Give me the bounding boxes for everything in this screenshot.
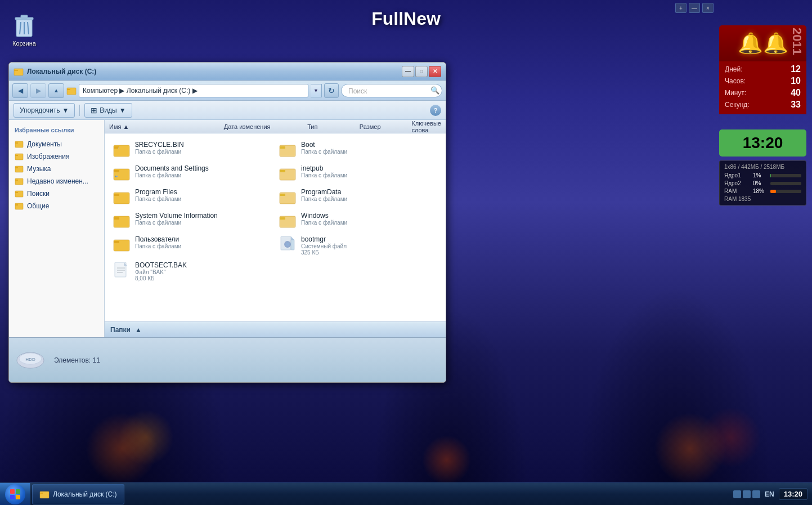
core2-percent: 0% — [753, 180, 767, 186]
folder-icon-users — [113, 235, 131, 253]
days-row: Дней: 12 — [725, 64, 801, 74]
close-button[interactable]: ✕ — [429, 66, 441, 77]
col-header-size[interactable]: Размер — [360, 123, 412, 130]
folder-icon-recycle — [113, 141, 131, 159]
folder-icon-boot — [279, 141, 297, 159]
file-name-progfiles: Program Files — [135, 188, 272, 196]
file-size-bootmgr: 325 КБ — [301, 249, 438, 256]
file-grid: $RECYCLE.BIN Папка с файлами Boot Папка … — [105, 136, 446, 287]
core2-label: Ядро2 — [724, 180, 750, 186]
taskbar-clock[interactable]: 13:20 — [779, 488, 807, 500]
clock-time: 13:20 — [743, 134, 783, 151]
sort-icon: ▲ — [123, 123, 129, 130]
sidebar-label-music: Музыка — [27, 165, 51, 173]
tray-icon-2 — [743, 490, 751, 498]
file-item-info-users: Пользователи Папка с файлами — [135, 235, 272, 249]
ram-percent: 18% — [753, 188, 767, 194]
sidebar-item-images[interactable]: Изображения — [9, 150, 104, 163]
file-item-bootmgr[interactable]: bootmgr Системный файл 325 КБ — [275, 233, 441, 258]
file-item-boot[interactable]: Boot Папка с файлами — [275, 138, 441, 162]
svg-rect-18 — [15, 191, 23, 197]
file-item-info-sysvolinfo: System Volume Information Папка с файлам… — [135, 212, 272, 226]
col-header-keywords[interactable]: Ключевые слова — [411, 120, 441, 133]
svg-rect-40 — [280, 217, 285, 220]
taskbar: Локальный диск (C:) EN 13:20 — [0, 482, 812, 505]
sidebar-folder-icon-searches — [15, 189, 24, 198]
file-item-users[interactable]: Пользователи Папка с файлами — [109, 233, 275, 258]
address-folder-icon — [66, 86, 77, 96]
svg-rect-13 — [15, 155, 18, 156]
file-item-info-bootmgr: bootmgr Системный файл 325 КБ — [301, 235, 438, 256]
address-path[interactable]: Компьютер ▶ Локальный диск (C:) ▶ — [79, 84, 308, 97]
file-size-bootsect: 8,00 КБ — [135, 275, 272, 281]
core1-percent: 1% — [753, 172, 767, 178]
up-button[interactable]: ▲ — [48, 83, 64, 98]
start-button[interactable] — [0, 483, 30, 506]
taskbar-explorer-item[interactable]: Локальный диск (C:) — [32, 484, 124, 504]
file-name-bootsect: BOOTSECT.BAK — [135, 261, 272, 269]
sidebar-item-documents[interactable]: Документы — [9, 138, 104, 150]
file-item-info-bootsect: BOOTSECT.BAK Файл "BAK" 8,00 КБ — [135, 261, 272, 281]
folders-header[interactable]: Папки ▲ — [105, 321, 446, 337]
file-item-windows[interactable]: Windows Папка с файлами — [275, 209, 441, 233]
calendar-days: Дней: 12 Часов: 10 Минут: 40 Секунд: 33 — [719, 61, 806, 114]
sidebar-label-documents: Документы — [27, 140, 62, 148]
minimize-button[interactable]: — — [402, 66, 414, 77]
folder-icon-docs — [113, 164, 131, 182]
sidebar-item-recent[interactable]: Недавно изменен... — [9, 175, 104, 187]
core1-label: Ядро1 — [724, 172, 750, 178]
recycle-bin-icon[interactable]: Корзина — [8, 8, 40, 49]
start-orb — [5, 484, 25, 504]
file-item-docs[interactable]: Documents and Settings Папка с файлами — [109, 162, 275, 185]
items-count: Элементов: 11 — [54, 356, 439, 364]
days-label: Дней: — [725, 65, 742, 73]
days-value: 12 — [791, 64, 801, 74]
file-item-progdata[interactable]: ProgramData Папка с файлами — [275, 185, 441, 209]
sidebar-folder-icon-documents — [15, 140, 24, 149]
forward-button[interactable]: ▶ — [30, 83, 46, 98]
sidebar-item-music[interactable]: Музыка — [9, 163, 104, 175]
organize-button[interactable]: Упорядочить ▼ — [14, 103, 75, 118]
search-box[interactable]: Поиск — [341, 84, 442, 97]
maximize-button[interactable]: □ — [415, 66, 428, 77]
top-right-controls: + — × — [675, 3, 714, 13]
address-dropdown[interactable]: ▼ — [311, 84, 322, 97]
file-item-recycle-bin[interactable]: $RECYCLE.BIN Папка с файлами — [109, 138, 275, 162]
svg-rect-61 — [40, 493, 43, 494]
sidebar: Избранные ссылки Документы Изображения М… — [9, 120, 105, 337]
refresh-button[interactable]: ↻ — [324, 83, 339, 98]
col-header-type[interactable]: Тип — [307, 123, 360, 130]
file-desc-progfiles: Папка с файлами — [135, 196, 272, 202]
file-item-progfiles[interactable]: Program Files Папка с файлами — [109, 185, 275, 209]
core2-bar-bg — [770, 182, 801, 185]
views-grid-icon: ⊞ — [91, 106, 97, 115]
title-bar-icon — [14, 66, 24, 77]
ctrl-btn-add[interactable]: + — [675, 3, 687, 13]
file-desc-windows: Папка с файлами — [301, 220, 438, 226]
svg-rect-28 — [114, 170, 119, 172]
ctrl-btn-close[interactable]: × — [702, 3, 714, 13]
file-item-sysvolinfo[interactable]: System Volume Information Папка с файлам… — [109, 209, 275, 233]
back-button[interactable]: ◀ — [12, 83, 28, 98]
ctrl-btn-minimize[interactable]: — — [689, 3, 700, 13]
views-button[interactable]: ⊞ Виды ▼ — [84, 103, 132, 118]
explorer-window: Локальный диск (C:) — □ ✕ ◀ ▶ ▲ Компьюте… — [8, 62, 446, 383]
col-header-date[interactable]: Дата изменения — [224, 123, 307, 130]
sidebar-item-searches[interactable]: Поиски — [9, 187, 104, 200]
file-item-bootsect[interactable]: BOOTSECT.BAK Файл "BAK" 8,00 КБ — [109, 258, 275, 284]
col-header-name[interactable]: Имя ▲ — [109, 123, 224, 130]
file-desc-users: Папка с файлами — [135, 243, 272, 249]
help-button[interactable]: ? — [430, 105, 441, 116]
file-icon-bootsect — [113, 261, 131, 279]
file-name-windows: Windows — [301, 212, 438, 220]
search-icon[interactable]: 🔍 — [430, 86, 439, 95]
file-item-inetpub[interactable]: inetpub Папка с файлами — [275, 162, 441, 185]
cpu-title: 1x86 / 442МБ / 2518МБ — [724, 164, 801, 170]
svg-rect-36 — [280, 194, 285, 196]
core2-row: Ядро2 0% — [724, 180, 801, 186]
svg-rect-16 — [15, 178, 23, 185]
sidebar-item-public[interactable]: Общие — [9, 200, 104, 212]
language-indicator[interactable]: EN — [765, 490, 774, 498]
svg-rect-59 — [16, 495, 20, 499]
file-name-users: Пользователи — [135, 235, 272, 243]
